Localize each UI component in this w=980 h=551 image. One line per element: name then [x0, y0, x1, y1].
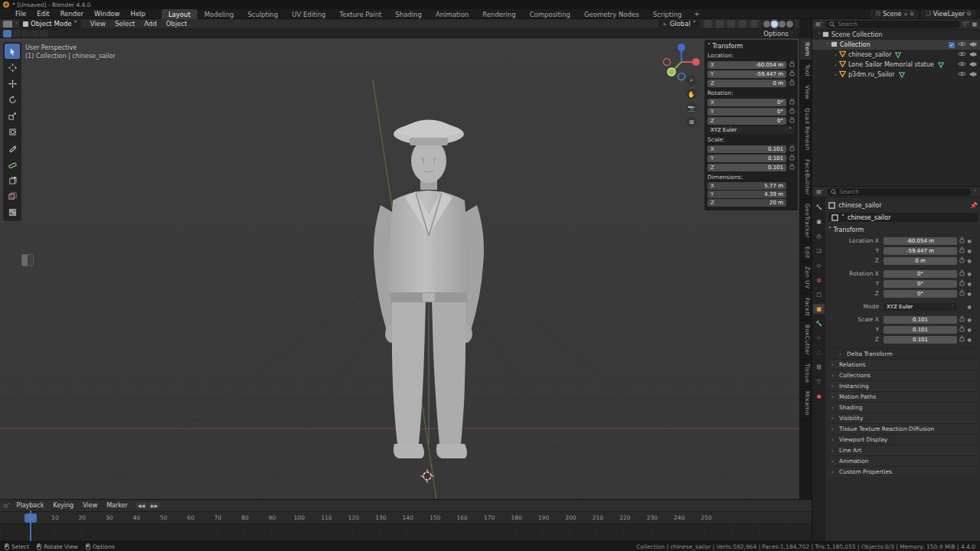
outliner-row-p3dm-ru-sailor[interactable]: ›p3dm.ru_Sailor	[812, 70, 980, 80]
npanel-tab-view[interactable]: View	[800, 81, 812, 104]
npanel-location-x-field[interactable]: X-60.054 m	[707, 61, 786, 69]
properties-tab-scene-icon[interactable]: ◇	[813, 260, 825, 270]
prop-field-location-x[interactable]: -60.054 m	[884, 237, 957, 245]
properties-options-caret[interactable]: ˅	[974, 189, 976, 194]
add-workspace-button[interactable]: +	[688, 10, 705, 18]
shading-rendered-icon[interactable]	[786, 21, 793, 28]
object-name-field[interactable]: ˅ chinese_sailor	[828, 213, 978, 222]
npanel-location-z-field[interactable]: Z0 m	[707, 80, 786, 87]
timeline-ruler[interactable]: 1 10203040506070809010011012013014015016…	[0, 512, 812, 524]
properties-tab-view-layer-icon[interactable]: ❏	[813, 246, 825, 256]
transform-orientation-dropdown[interactable]: ⊾ Global ˅	[658, 20, 701, 28]
workspace-tab-uv-editing[interactable]: UV Editing	[285, 9, 332, 19]
tool-select-box-icon[interactable]	[5, 44, 20, 59]
panel-delta-transform[interactable]: ›Delta Transform	[828, 348, 978, 359]
properties-tab-object-icon[interactable]: ■	[813, 304, 825, 314]
lock-icon[interactable]	[789, 107, 795, 116]
zoom-icon[interactable]: ⌕	[686, 75, 697, 86]
workspace-tab-geometry-nodes[interactable]: Geometry Nodes	[577, 9, 646, 19]
select-mode-circle-icon[interactable]	[21, 30, 30, 37]
camera-view-icon[interactable]: 📷	[686, 103, 697, 113]
npanel-tab-edit[interactable]: Edit	[800, 243, 812, 263]
prop-field-scale-x[interactable]: 0.101	[884, 316, 957, 324]
new-viewlayer-icon[interactable]: ⧉	[967, 11, 971, 17]
rotation-mode-dropdown[interactable]: XYZ Euler ˅	[707, 126, 795, 134]
menu-file[interactable]: File	[10, 10, 31, 18]
properties-tab-particles-icon[interactable]: ⁙	[813, 333, 825, 343]
scene-selector[interactable]: ◳ Scene ✕ ⧉	[871, 10, 918, 18]
menu-edit[interactable]: Edit	[31, 10, 54, 18]
npanel-rotation-y-field[interactable]: Y0°	[707, 108, 786, 116]
viewlayer-selector[interactable]: ❏ ViewLayer ⧉	[921, 10, 975, 18]
shading-wireframe-icon[interactable]	[763, 21, 770, 28]
hide-viewport-icon[interactable]	[958, 71, 966, 78]
properties-tab-object-data-icon[interactable]: ▽	[813, 377, 825, 386]
proportional-editing-icon[interactable]	[716, 20, 724, 28]
timeline-menu-marker[interactable]: Marker	[102, 502, 132, 509]
npanel-location-y-field[interactable]: Y-59.447 m	[707, 70, 786, 78]
outliner-display-mode-icon[interactable]: ▤˅	[815, 21, 823, 28]
npanel-rotation-x-field[interactable]: X0°	[707, 99, 786, 106]
tool-annotate-icon[interactable]	[5, 140, 20, 155]
prop-field-y[interactable]: -59.447 m	[884, 247, 957, 255]
workspace-tab-scripting[interactable]: Scripting	[646, 9, 689, 19]
tool-measure-icon[interactable]	[5, 156, 20, 171]
lock-icon[interactable]	[789, 145, 795, 153]
workspace-tab-shading[interactable]: Shading	[388, 9, 429, 19]
timeline-editor-icon[interactable]: ◷˅	[3, 503, 11, 509]
pin-icon[interactable]: 📌	[970, 202, 978, 209]
select-mode-box-icon[interactable]	[12, 30, 21, 37]
npanel-tab-facebuilder[interactable]: FaceBuilder	[800, 155, 812, 200]
npanel-dimensions-x-field[interactable]: X5.77 m	[707, 182, 786, 190]
options-dropdown[interactable]: Options ˅	[763, 30, 799, 37]
lock-icon[interactable]	[957, 289, 966, 298]
properties-tab-output-icon[interactable]: ⎙	[813, 231, 825, 241]
lock-icon[interactable]	[957, 236, 966, 245]
workspace-tab-sculpting[interactable]: Sculpting	[240, 9, 285, 19]
lock-icon[interactable]	[957, 269, 966, 278]
toggle-xray-icon[interactable]	[750, 20, 758, 28]
collection-checkbox[interactable]: ✓	[949, 42, 955, 48]
shading-solid-icon[interactable]	[771, 21, 778, 28]
hide-viewport-icon[interactable]	[958, 41, 966, 48]
show-gizmo-icon[interactable]	[727, 20, 735, 28]
properties-tab-modifiers-icon[interactable]: 🔧	[813, 318, 825, 328]
npanel-dimensions-z-field[interactable]: Z20 m	[707, 199, 786, 207]
disable-render-icon[interactable]	[969, 51, 977, 59]
lock-icon[interactable]	[789, 60, 795, 69]
npanel-tab-zen-uv[interactable]: Zen UV	[800, 262, 812, 293]
prop-field-y[interactable]: 0.101	[884, 326, 957, 334]
outliner-row-chinese-sailor[interactable]: ›chinese_sailor	[812, 50, 980, 60]
animate-dot-icon[interactable]: ●	[966, 304, 972, 309]
viewport-menu-view[interactable]: View	[86, 20, 110, 28]
panel-instancing[interactable]: ›Instancing	[828, 380, 978, 391]
animate-dot-icon[interactable]: ●	[966, 238, 972, 243]
expand-icon[interactable]: ˅	[815, 32, 822, 38]
timeline-menu-view[interactable]: View	[78, 502, 102, 509]
lock-icon[interactable]	[789, 79, 795, 87]
timeline-track-area[interactable]	[0, 524, 812, 541]
npanel-tab-tissue[interactable]: Tissue	[800, 360, 812, 387]
animate-dot-icon[interactable]: ●	[966, 281, 972, 286]
show-overlays-icon[interactable]	[739, 20, 746, 28]
texture-slot-icon[interactable]	[21, 254, 34, 266]
prop-field-y[interactable]: 0°	[884, 280, 957, 288]
hide-viewport-icon[interactable]	[958, 61, 966, 68]
blender-menu-icon[interactable]	[3, 11, 10, 18]
tool-move-icon[interactable]	[5, 76, 20, 91]
outliner-row-collection[interactable]: ˅Collection✓	[812, 40, 980, 50]
lock-icon[interactable]	[789, 154, 795, 162]
prop-field-z[interactable]: 0 m	[884, 257, 957, 265]
select-mode-tweak-icon[interactable]	[3, 30, 11, 37]
npanel-tab-quad-remesh[interactable]: Quad Remesh	[800, 104, 812, 155]
select-mode-paint-icon[interactable]	[40, 30, 48, 37]
panel-line-art[interactable]: ›Line Art	[828, 445, 978, 455]
workspace-tab-modeling[interactable]: Modeling	[198, 9, 241, 19]
filter-icon[interactable]: ▽˅	[962, 21, 969, 28]
tool-transform-icon[interactable]	[5, 124, 20, 139]
properties-tab-physics-icon[interactable]: ◌	[813, 347, 825, 357]
properties-tab-render-icon[interactable]: ▣	[813, 217, 825, 227]
tool-add-cube-icon[interactable]	[5, 172, 20, 187]
lock-icon[interactable]	[789, 163, 795, 171]
prop-field-z[interactable]: 0.101	[884, 336, 957, 344]
